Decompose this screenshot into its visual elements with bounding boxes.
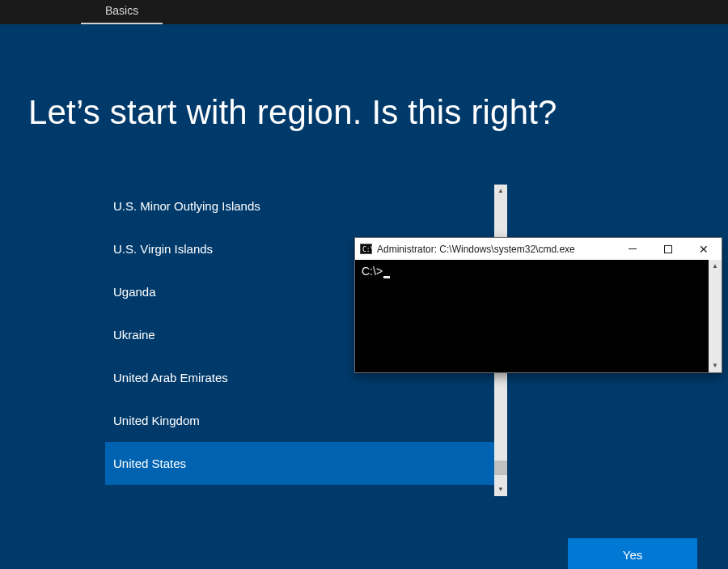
tab-basics[interactable]: Basics — [81, 0, 163, 24]
cmd-cursor-icon — [383, 276, 390, 278]
yes-button[interactable]: Yes — [568, 538, 697, 569]
close-button[interactable]: ✕ — [686, 238, 722, 260]
scroll-down-icon[interactable]: ▼ — [494, 483, 507, 496]
scroll-up-icon[interactable]: ▲ — [709, 260, 722, 273]
cmd-window-title: Administrator: C:\Windows\system32\cmd.e… — [377, 244, 615, 255]
cmd-window[interactable]: C:\ Administrator: C:\Windows\system32\c… — [354, 237, 722, 373]
cmd-prompt-text: C:\> — [362, 265, 383, 278]
cmd-app-icon: C:\ — [360, 244, 372, 254]
scroll-up-icon[interactable]: ▲ — [494, 185, 507, 197]
cmd-client-area: C:\> ▲ ▼ — [355, 260, 722, 372]
oobe-panel: Let’s start with region. Is this right? … — [0, 24, 728, 569]
top-tab-bar: Basics — [0, 0, 728, 24]
scroll-track-space[interactable] — [494, 475, 507, 483]
list-item[interactable]: United Kingdom — [105, 399, 494, 442]
minimize-button[interactable] — [615, 238, 650, 260]
list-item-selected[interactable]: United States — [105, 442, 494, 485]
cmd-console[interactable]: C:\> — [355, 260, 709, 372]
maximize-button[interactable] — [650, 238, 686, 260]
cmd-window-controls: ✕ — [615, 238, 722, 260]
cmd-scrollbar[interactable]: ▲ ▼ — [709, 260, 722, 372]
scroll-thumb[interactable] — [494, 461, 507, 475]
list-item[interactable]: U.S. Minor Outlying Islands — [105, 185, 494, 227]
scroll-down-icon[interactable]: ▼ — [709, 359, 722, 372]
scroll-track-space[interactable] — [709, 273, 722, 359]
page-title: Let’s start with region. Is this right? — [28, 24, 700, 132]
cmd-titlebar[interactable]: C:\ Administrator: C:\Windows\system32\c… — [355, 238, 722, 260]
